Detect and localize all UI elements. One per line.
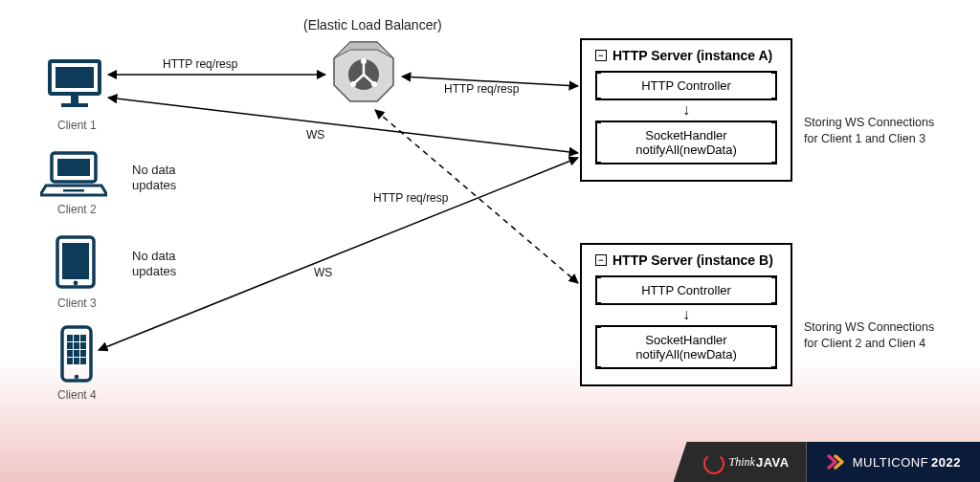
- svg-point-7: [350, 81, 356, 87]
- server-a-title-row: − HTTP Server (instance A): [595, 48, 777, 63]
- edge-ws3-label: WS: [312, 266, 334, 279]
- client-2-laptop-icon: [40, 151, 107, 201]
- svg-point-38: [704, 454, 724, 473]
- server-a-side-note: Storing WS Connections for Client 1 and …: [804, 115, 934, 147]
- svg-point-20: [75, 375, 79, 380]
- svg-rect-29: [80, 350, 86, 357]
- multiconf-year: 2022: [931, 455, 961, 470]
- svg-rect-15: [63, 189, 84, 192]
- svg-rect-32: [80, 358, 86, 364]
- svg-rect-26: [80, 342, 86, 349]
- arrow-down-icon: ↓: [595, 104, 777, 117]
- server-b-side-note: Storing WS Connections for Client 2 and …: [804, 319, 934, 352]
- svg-point-6: [361, 58, 367, 64]
- client-2-note: No data updates: [132, 163, 176, 194]
- elb-caption: (Elastic Load Balancer): [303, 17, 442, 33]
- arrow-down-icon: ↓: [595, 309, 777, 321]
- svg-rect-25: [74, 342, 79, 349]
- svg-rect-22: [74, 335, 79, 341]
- server-a-controller: HTTP Controller: [595, 71, 777, 100]
- svg-rect-24: [67, 342, 73, 349]
- collapse-icon: −: [595, 254, 607, 266]
- svg-rect-21: [67, 335, 73, 341]
- client-3-note: No data updates: [132, 249, 176, 280]
- think-java-icon: [702, 449, 725, 475]
- svg-rect-12: [61, 103, 88, 107]
- edge-http-dashed-label: HTTP req/resp: [371, 191, 450, 205]
- server-b-handler: SocketHandler notifyAll(newData): [595, 325, 777, 369]
- client-4-label: Client 4: [57, 388, 97, 402]
- server-a-handler: SocketHandler notifyAll(newData): [595, 120, 777, 164]
- server-b-title: HTTP Server (instance B): [612, 252, 773, 268]
- svg-rect-30: [67, 358, 73, 364]
- server-b: − HTTP Server (instance B) HTTP Controll…: [580, 243, 792, 386]
- multiconf-icon: [826, 452, 845, 471]
- svg-rect-14: [57, 159, 90, 176]
- svg-rect-28: [74, 350, 79, 357]
- think-java-badge: Think JAVA: [674, 442, 807, 482]
- diagram-canvas: (Elastic Load Balancer) Client 1: [0, 0, 980, 482]
- edges: [0, 0, 980, 482]
- edge-ws1-label: WS: [304, 128, 326, 142]
- svg-point-18: [74, 281, 78, 286]
- server-a-title: HTTP Server (instance A): [612, 48, 772, 63]
- multiconf-label: MULTICONF: [853, 455, 928, 470]
- svg-rect-23: [80, 335, 86, 341]
- svg-rect-11: [71, 96, 78, 103]
- client-2-label: Client 2: [57, 203, 97, 216]
- server-a: − HTTP Server (instance A) HTTP Controll…: [580, 38, 792, 182]
- edge-http-left-label: HTTP req/resp: [161, 57, 239, 71]
- think-label: Think: [729, 455, 755, 470]
- client-1-desktop-icon: [48, 59, 101, 113]
- server-b-title-row: − HTTP Server (instance B): [595, 252, 777, 268]
- java-label: JAVA: [756, 455, 790, 470]
- svg-rect-10: [56, 67, 94, 88]
- footer: Think JAVA MULTICONF 2022: [674, 442, 980, 482]
- svg-rect-31: [74, 358, 79, 364]
- server-b-controller: HTTP Controller: [595, 275, 777, 305]
- svg-rect-27: [67, 350, 73, 357]
- load-balancer: [330, 40, 397, 107]
- svg-rect-17: [62, 243, 89, 279]
- collapse-icon: −: [595, 50, 607, 61]
- multiconf-badge: MULTICONF 2022: [807, 442, 980, 482]
- client-3-tablet-icon: [56, 235, 96, 293]
- edge-http-right-label: HTTP req/resp: [442, 82, 521, 96]
- svg-point-8: [371, 81, 377, 87]
- client-1-label: Client 1: [57, 119, 97, 132]
- client-3-label: Client 3: [57, 296, 97, 310]
- client-4-phone-icon: [60, 325, 93, 386]
